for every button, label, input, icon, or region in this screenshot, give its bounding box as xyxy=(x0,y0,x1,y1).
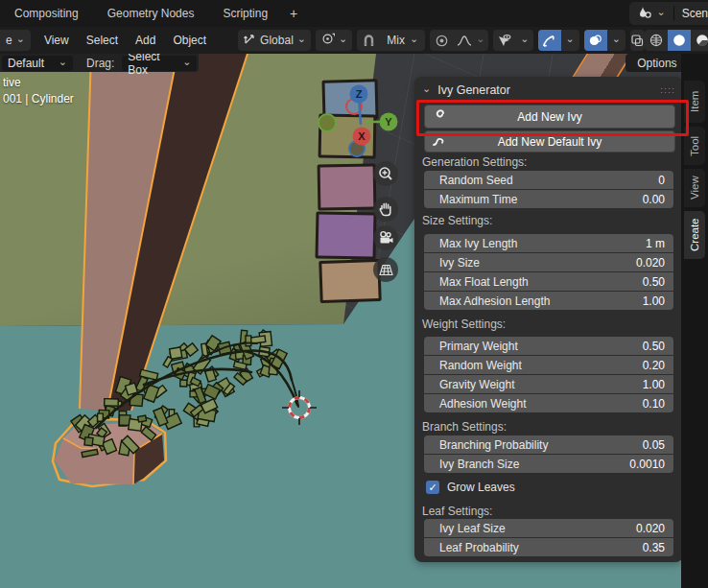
field-maximum-time[interactable]: Maximum Time 0.00 xyxy=(424,190,673,208)
scene-name: Scen xyxy=(682,7,708,20)
field-random-seed[interactable]: Random Seed 0 xyxy=(424,171,673,189)
add-new-default-ivy-button[interactable]: Add New Default Ivy xyxy=(424,130,675,153)
field-leaf-probability[interactable]: Leaf Probability 0.35 xyxy=(424,538,673,556)
show-gizmo-icon[interactable] xyxy=(538,30,561,51)
field-max-float-length[interactable]: Max Float Length 0.50 xyxy=(424,272,673,291)
orthographic-grid-button[interactable] xyxy=(373,257,398,282)
topbar: Compositing Geometry Nodes Scripting + S… xyxy=(0,0,708,27)
view-perspective-label: tive xyxy=(3,75,74,91)
field-branching-probability[interactable]: Branching Probability 0.05 xyxy=(424,435,673,454)
scene-selector[interactable]: Scen xyxy=(629,2,708,25)
gizmo-z-label: Z xyxy=(356,88,363,100)
chevron-down-icon[interactable] xyxy=(607,34,625,47)
menu-select[interactable]: Select xyxy=(78,34,127,47)
drag-mode-dropdown[interactable]: Select Box xyxy=(122,56,197,71)
gizmo-y-label: Y xyxy=(385,116,392,128)
panel-drag-dots-icon[interactable]: ········ xyxy=(660,86,675,94)
section-branch-settings: Branch Settings: xyxy=(422,420,507,434)
show-overlays-group xyxy=(584,30,625,51)
active-object-label: 001 | Cylinder xyxy=(3,91,74,107)
scene-icon xyxy=(637,5,652,23)
divider xyxy=(673,6,674,21)
3d-viewport[interactable]: Z Y X Default Drag: Select Box Options t… xyxy=(0,54,708,588)
grow-leaves-checkbox-row[interactable]: ✓ Grow Leaves xyxy=(426,481,515,494)
checkbox-checked-icon[interactable]: ✓ xyxy=(426,481,439,494)
drag-label: Drag: xyxy=(86,57,114,70)
sidebar-tab-item[interactable]: Item xyxy=(684,81,705,123)
transform-orientation-dropdown[interactable]: Global xyxy=(238,30,311,51)
camera-view-button[interactable] xyxy=(373,225,398,250)
snap-magnet-icon[interactable] xyxy=(357,30,380,51)
tool-preset-dropdown[interactable]: Default xyxy=(2,56,73,71)
show-gizmo-group xyxy=(538,30,579,51)
add-new-default-ivy-label: Add New Default Ivy xyxy=(498,135,602,149)
shading-solid-icon[interactable] xyxy=(668,30,691,51)
show-overlays-icon[interactable] xyxy=(584,30,607,51)
snap-target-dropdown[interactable]: Mix xyxy=(380,34,425,47)
chevron-down-icon[interactable] xyxy=(561,34,579,47)
section-generation-settings: Generation Settings: xyxy=(422,155,527,169)
gizmo-x-label: X xyxy=(358,130,366,142)
snap-target-label: Mix xyxy=(387,34,405,47)
field-ivy-branch-size[interactable]: Ivy Branch Size 0.0010 xyxy=(424,455,673,473)
menu-object[interactable]: Object xyxy=(164,34,215,47)
chevron-down-icon xyxy=(182,57,191,70)
sidebar-tab-tool[interactable]: Tool xyxy=(684,127,705,165)
menu-add[interactable]: Add xyxy=(127,34,164,47)
chevron-down-icon[interactable] xyxy=(476,34,488,47)
field-adhesion-weight[interactable]: Adhesion Weight 0.10 xyxy=(424,394,673,412)
field-ivy-size[interactable]: Ivy Size 0.020 xyxy=(424,253,673,271)
ivy-curl-icon xyxy=(432,108,447,127)
snap-group: Mix xyxy=(357,30,425,51)
field-ivy-leaf-size[interactable]: Ivy Leaf Size 0.020 xyxy=(424,519,673,537)
field-random-weight[interactable]: Random Weight 0.20 xyxy=(424,356,673,374)
pivot-point-dropdown[interactable] xyxy=(316,30,352,51)
ivy-generator-panel: Ivy Generator ········ Add New Ivy Add N… xyxy=(414,77,683,562)
tool-settings-bar: Default Drag: Select Box xyxy=(0,54,199,72)
mode-label: e xyxy=(6,34,12,47)
chevron-down-icon xyxy=(410,34,418,47)
pan-hand-button[interactable] xyxy=(373,197,398,222)
collapse-chevron-icon[interactable] xyxy=(422,83,431,97)
tab-scripting[interactable]: Scripting xyxy=(208,1,282,26)
add-new-ivy-button[interactable]: Add New Ivy xyxy=(424,105,675,129)
tool-preset-label: Default xyxy=(8,57,44,70)
field-max-adhesion-length[interactable]: Max Adhesion Length 1.00 xyxy=(424,292,673,310)
orientation-gizmo[interactable]: Z Y X xyxy=(313,82,418,198)
canvas-swatch-purple xyxy=(315,211,376,259)
chevron-down-icon xyxy=(297,34,306,47)
add-workspace-button[interactable]: + xyxy=(282,2,305,25)
shading-material-icon[interactable] xyxy=(691,30,708,51)
chevron-down-icon xyxy=(656,7,665,20)
gizmo-visibility-group xyxy=(493,30,532,51)
sidebar-tab-view[interactable]: View xyxy=(684,169,705,207)
menu-view[interactable]: View xyxy=(35,34,78,47)
shading-wireframe-icon[interactable] xyxy=(645,30,668,51)
mode-dropdown[interactable]: e xyxy=(0,30,31,51)
field-max-ivy-length[interactable]: Max Ivy Length 1 m xyxy=(424,234,673,252)
orientation-label: Global xyxy=(260,34,294,47)
panel-title: Ivy Generator xyxy=(437,83,660,97)
xray-toggle-icon[interactable] xyxy=(630,30,645,51)
grow-leaves-label: Grow Leaves xyxy=(447,481,515,494)
sidebar-tab-create[interactable]: Create xyxy=(684,211,705,259)
select-visibility-icon[interactable] xyxy=(493,30,516,51)
panel-header[interactable]: Ivy Generator ········ xyxy=(414,77,683,102)
chevron-down-icon xyxy=(16,34,25,47)
tab-geometry-nodes[interactable]: Geometry Nodes xyxy=(93,1,209,26)
falloff-curve-icon[interactable] xyxy=(453,30,476,51)
drag-mode-label: Select Box xyxy=(128,54,182,77)
field-primary-weight[interactable]: Primary Weight 0.50 xyxy=(424,337,673,355)
chevron-down-icon xyxy=(59,57,67,70)
section-leaf-settings: Leaf Settings: xyxy=(422,505,492,518)
pivot-icon xyxy=(320,32,335,49)
viewport-header: e View Select Add Object Global Mix xyxy=(0,27,708,54)
add-new-ivy-label: Add New Ivy xyxy=(517,110,581,124)
field-gravity-weight[interactable]: Gravity Weight 1.00 xyxy=(424,375,673,393)
zoom-button[interactable] xyxy=(373,161,398,186)
tab-compositing[interactable]: Compositing xyxy=(0,1,93,26)
proportional-editing-icon[interactable] xyxy=(430,30,453,51)
chevron-down-icon[interactable] xyxy=(516,34,532,47)
options-label: Options xyxy=(637,57,676,70)
orientation-axes-icon xyxy=(243,33,256,49)
